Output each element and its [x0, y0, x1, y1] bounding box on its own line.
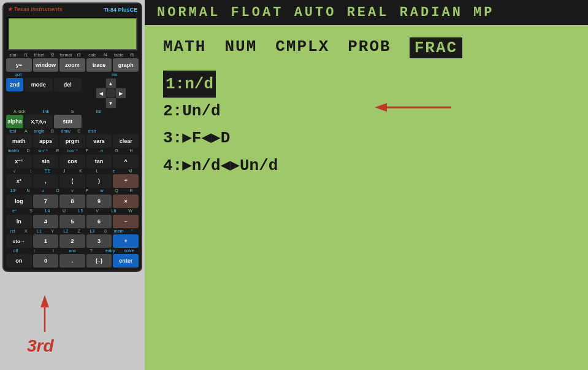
menu-item-1[interactable]: 1:n/d — [163, 71, 570, 98]
row6-labels: √ I EE J K L e M — [4, 169, 141, 173]
calc-screen — [7, 17, 137, 50]
btn-log[interactable]: log — [6, 195, 32, 208]
btn-tan[interactable]: tan — [86, 155, 112, 168]
btn-ln[interactable]: ln — [6, 215, 32, 228]
btn-on[interactable]: on — [6, 254, 32, 268]
tab-frac[interactable]: FRAC — [410, 37, 462, 58]
btn-x-inverse[interactable]: x⁻¹ — [6, 155, 32, 168]
btn-sin[interactable]: sin — [33, 155, 59, 168]
row3-labels: A-lock link S list — [4, 109, 141, 114]
btn-lparen[interactable]: ( — [59, 174, 85, 188]
arrow-3rd — [36, 292, 54, 335]
btn-x-squared[interactable]: x² — [6, 174, 32, 188]
row10-labels: off ↑ i ans ? entry solve — [4, 249, 141, 253]
btn-xtn[interactable]: X,T,θ,n — [25, 115, 53, 128]
btn-trace[interactable]: trace — [86, 58, 112, 72]
btn-prgm[interactable]: prgm — [59, 134, 85, 148]
btn-comma[interactable]: , — [33, 174, 59, 188]
btn-row-1: y= window zoom trace graph — [4, 58, 141, 72]
arrow-item1 — [372, 95, 457, 120]
fn-labels: stat f1 tblset f2 format f3 calc f4 tabl… — [4, 53, 141, 57]
tab-math[interactable]: MATH — [163, 37, 206, 58]
menu-item-2[interactable]: 2:Un/d — [163, 98, 570, 125]
btn-row-8: ln 4 5 6 − — [4, 214, 141, 229]
menu-item-3[interactable]: 3:▶F◀▶D — [163, 125, 570, 152]
menu-items: 1:n/d 2:Un/d 3:▶F◀▶D 4:▶n/d◀▶Un/d — [145, 64, 588, 185]
btn-row-4: math apps prgm vars clear — [4, 134, 141, 148]
dpad-down[interactable]: ▼ — [105, 98, 116, 109]
btn-multiply[interactable]: × — [113, 195, 139, 208]
btn-rparen[interactable]: ) — [86, 174, 112, 188]
dpad: ▲ ◀ ▶ ▼ — [96, 78, 126, 109]
btn-row-5: x⁻¹ sin cos tan ^ — [4, 154, 141, 169]
ti-logo: ★ Texas Instruments — [7, 6, 63, 12]
btn-enter[interactable]: enter — [113, 254, 139, 268]
main-display: NORMAL FLOAT AUTO REAL RADIAN MP MATH NU… — [145, 0, 588, 370]
btn-1[interactable]: 1 — [33, 234, 59, 248]
btn-caret[interactable]: ^ — [113, 155, 139, 168]
tab-num[interactable]: NUM — [224, 37, 257, 58]
btn-8[interactable]: 8 — [59, 195, 85, 208]
btn-row-3: alpha X,T,θ,n stat — [4, 114, 141, 129]
status-bar: NORMAL FLOAT AUTO REAL RADIAN MP — [145, 0, 588, 25]
btn-cos[interactable]: cos — [59, 155, 85, 168]
btn-dot[interactable]: . — [59, 254, 85, 268]
btn-stat[interactable]: stat — [54, 115, 82, 128]
btn-math[interactable]: math — [6, 134, 32, 148]
row7-labels: 10ˣ N u O v P w Q R — [4, 188, 141, 193]
btn-6[interactable]: 6 — [86, 215, 112, 228]
btn-plus[interactable]: + — [113, 234, 139, 248]
btn-4[interactable]: 4 — [33, 215, 59, 228]
tab-cmplx[interactable]: CMPLX — [275, 37, 329, 58]
btn-9[interactable]: 9 — [86, 195, 112, 208]
dpad-right[interactable]: ▶ — [115, 88, 126, 99]
btn-clear[interactable]: clear — [113, 134, 139, 148]
btn-zoom[interactable]: zoom — [59, 58, 85, 72]
menu-item-4[interactable]: 4:▶n/d◀▶Un/d — [163, 152, 570, 179]
row5-labels: matrix D sin⁻¹ E cos⁻¹ F π G H — [4, 148, 141, 153]
tab-prob[interactable]: PROB — [348, 37, 391, 58]
btn-y-equals[interactable]: y= — [6, 58, 32, 72]
btn-neg[interactable]: (–) — [86, 254, 112, 268]
dpad-left[interactable]: ◀ — [96, 88, 107, 99]
btn-row-7: log 7 8 9 × — [4, 194, 141, 209]
btn-vars[interactable]: vars — [86, 134, 112, 148]
row4-labels: test A angle B draw C distr — [4, 129, 141, 133]
btn-row-9: sto→ 1 2 3 + — [4, 234, 141, 249]
btn-graph[interactable]: graph — [113, 58, 139, 72]
row8-labels: eˣ S L4 U L5 V L6 W — [4, 209, 141, 214]
menu-tabs: MATH NUM CMPLX PROB FRAC — [145, 25, 588, 64]
annotation-3rd: 3rd — [27, 336, 54, 356]
calc-model: TI-84 PlusCE — [104, 6, 137, 13]
btn-7[interactable]: 7 — [33, 195, 59, 208]
btn-divide[interactable]: ÷ — [113, 174, 139, 188]
btn-2[interactable]: 2 — [59, 234, 85, 248]
btn-5[interactable]: 5 — [59, 215, 85, 228]
btn-window[interactable]: window — [33, 58, 59, 72]
svg-marker-7 — [375, 103, 387, 112]
calc-header: ★ Texas Instruments TI-84 PlusCE — [4, 4, 141, 15]
btn-mode[interactable]: mode — [25, 78, 53, 91]
calculator: ★ Texas Instruments TI-84 PlusCE stat f1… — [2, 2, 142, 272]
row9-labels: rcl X L1 Y L2 Z L3 0 mem " — [4, 229, 141, 233]
btn-row-6: x² , ( ) ÷ — [4, 174, 141, 188]
btn-row-10: on 0 . (–) enter — [4, 253, 141, 268]
btn-row-2: 2nd mode del ▲ ◀ ▶ ▼ — [4, 77, 141, 109]
btn-minus[interactable]: − — [113, 215, 139, 228]
btn-alpha[interactable]: alpha — [6, 115, 23, 128]
btn-0[interactable]: 0 — [33, 254, 59, 268]
btn-3[interactable]: 3 — [86, 234, 112, 248]
menu-item-1-text: 1:n/d — [163, 71, 216, 98]
svg-marker-5 — [40, 295, 49, 307]
btn-del[interactable]: del — [54, 78, 82, 91]
btn-sto[interactable]: sto→ — [6, 234, 32, 248]
row2-labels: quit ins — [4, 72, 141, 77]
dpad-area: ▲ ◀ ▶ ▼ — [83, 78, 139, 109]
btn-2nd[interactable]: 2nd — [6, 78, 23, 91]
btn-apps[interactable]: apps — [33, 134, 59, 148]
